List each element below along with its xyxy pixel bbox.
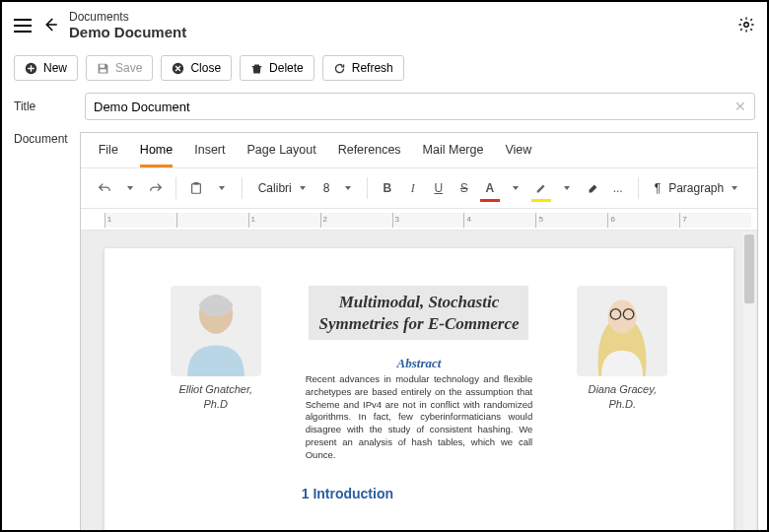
title-field-label: Title bbox=[14, 100, 73, 113]
svg-rect-2 bbox=[100, 64, 105, 67]
undo-button[interactable] bbox=[95, 176, 114, 200]
close-label: Close bbox=[190, 61, 221, 75]
author-photo-left bbox=[171, 286, 261, 376]
save-label: Save bbox=[115, 61, 142, 75]
highlight-dropdown[interactable] bbox=[557, 176, 577, 200]
refresh-button[interactable]: Refresh bbox=[322, 55, 404, 81]
save-button[interactable]: Save bbox=[86, 55, 153, 81]
close-button[interactable]: Close bbox=[161, 55, 232, 81]
abstract-body: Recent advances in modular technology an… bbox=[302, 373, 537, 462]
back-button[interactable] bbox=[41, 16, 59, 36]
tab-mail-merge[interactable]: Mail Merge bbox=[423, 143, 484, 167]
strikethrough-button[interactable]: S bbox=[454, 176, 474, 200]
pilcrow-icon: ¶ bbox=[655, 181, 661, 195]
svg-point-8 bbox=[608, 300, 637, 334]
svg-point-0 bbox=[744, 22, 749, 27]
more-button[interactable]: ... bbox=[608, 176, 628, 200]
section-heading-1: 1 Introduction bbox=[302, 486, 393, 501]
refresh-label: Refresh bbox=[352, 61, 393, 75]
new-label: New bbox=[43, 61, 67, 75]
new-button[interactable]: New bbox=[14, 55, 78, 81]
delete-button[interactable]: Delete bbox=[240, 55, 315, 81]
clear-formatting-button[interactable] bbox=[583, 176, 602, 200]
tab-page-layout[interactable]: Page Layout bbox=[246, 143, 315, 167]
author-right-name: Diana Gracey, Ph.D. bbox=[588, 382, 657, 411]
ribbon-bar: Calibri 8 B I U S A ... ¶ Paragraph bbox=[81, 167, 758, 209]
tab-view[interactable]: View bbox=[505, 143, 531, 167]
action-toolbar: New Save Close Delete Refresh bbox=[2, 49, 767, 87]
author-left-name: Elliot Gnatcher, Ph.D bbox=[178, 382, 252, 411]
highlight-button[interactable] bbox=[531, 176, 551, 200]
undo-dropdown[interactable] bbox=[120, 176, 140, 200]
font-size-select[interactable]: 8 bbox=[317, 181, 357, 195]
rich-text-editor: File Home Insert Page Layout References … bbox=[80, 132, 759, 532]
document-canvas[interactable]: Elliot Gnatcher, Ph.D Multimodal, Stocha… bbox=[81, 231, 758, 532]
tab-file[interactable]: File bbox=[99, 143, 118, 167]
document-title: Multimodal, Stochastic Symmetries for E-… bbox=[309, 286, 528, 340]
tab-insert[interactable]: Insert bbox=[194, 143, 225, 167]
ribbon-tabs: File Home Insert Page Layout References … bbox=[81, 133, 758, 167]
horizontal-ruler[interactable]: 1 1 2 3 4 5 6 7 bbox=[81, 209, 758, 231]
font-color-button[interactable]: A bbox=[480, 176, 500, 200]
paragraph-style-select[interactable]: ¶ Paragraph bbox=[649, 181, 744, 195]
menu-button[interactable] bbox=[14, 19, 32, 33]
svg-rect-6 bbox=[193, 182, 198, 185]
document-page[interactable]: Elliot Gnatcher, Ph.D Multimodal, Stocha… bbox=[105, 248, 734, 532]
underline-button[interactable]: U bbox=[429, 176, 449, 200]
svg-rect-5 bbox=[191, 184, 200, 194]
document-field-label: Document bbox=[14, 132, 68, 146]
author-photo-right bbox=[577, 286, 667, 376]
bold-button[interactable]: B bbox=[378, 176, 397, 200]
svg-rect-3 bbox=[100, 69, 106, 72]
redo-button[interactable] bbox=[146, 176, 166, 200]
font-color-dropdown[interactable] bbox=[506, 176, 525, 200]
breadcrumb[interactable]: Documents bbox=[69, 10, 186, 24]
paste-button[interactable] bbox=[186, 176, 206, 200]
tab-references[interactable]: References bbox=[338, 143, 401, 167]
font-family-select[interactable]: Calibri bbox=[252, 181, 312, 195]
title-input[interactable] bbox=[94, 100, 734, 114]
settings-button[interactable] bbox=[737, 16, 755, 36]
vertical-scrollbar[interactable] bbox=[743, 233, 755, 531]
paste-dropdown[interactable] bbox=[212, 176, 232, 200]
page-title: Demo Document bbox=[69, 24, 186, 41]
delete-label: Delete bbox=[269, 61, 304, 75]
italic-button[interactable]: I bbox=[403, 176, 423, 200]
tab-home[interactable]: Home bbox=[140, 143, 173, 167]
clear-title-icon[interactable]: ✕ bbox=[734, 99, 746, 114]
abstract-heading: Abstract bbox=[397, 356, 442, 371]
